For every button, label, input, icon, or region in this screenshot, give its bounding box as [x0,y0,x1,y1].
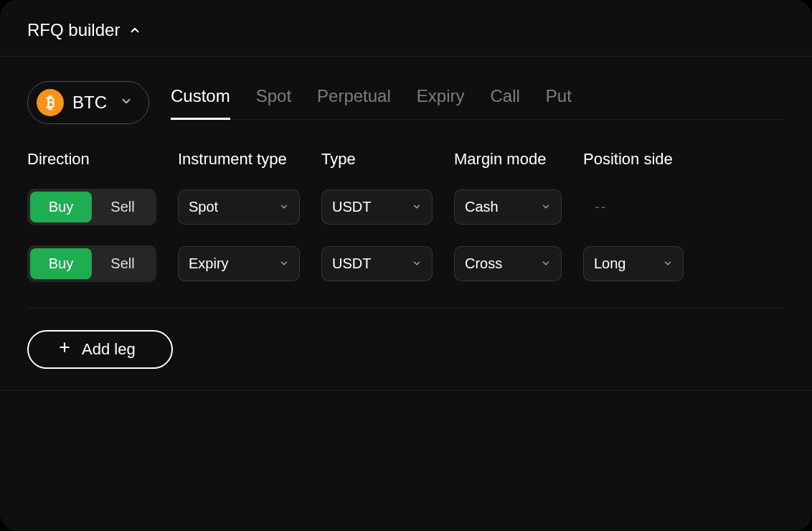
margin-mode-select[interactable]: Cash [454,189,562,225]
instrument-type-select[interactable]: Expiry [178,246,300,281]
tab-call[interactable]: Call [491,86,520,120]
panel-header[interactable]: RFQ builder [0,0,812,57]
chevron-up-icon [128,24,141,37]
chevron-down-icon [541,255,551,272]
position-side-select[interactable]: Long [583,246,684,281]
direction-toggle: Buy Sell [27,245,156,282]
position-side-empty: -- [583,199,607,215]
tab-spot[interactable]: Spot [256,86,291,120]
tab-expiry[interactable]: Expiry [417,86,465,120]
sell-button[interactable]: Sell [92,192,154,222]
margin-mode-value: Cross [465,255,502,272]
asset-symbol: BTC [72,93,107,113]
type-select[interactable]: USDT [321,189,433,225]
leg-row: Buy Sell Expiry USDT Cross Long [27,245,785,282]
chevron-down-icon [120,95,133,111]
instrument-type-value: Expiry [189,255,229,272]
header-margin: Margin mode [454,150,583,169]
buy-button[interactable]: Buy [30,192,92,222]
tab-custom[interactable]: Custom [171,86,230,120]
header-type: Type [321,150,454,169]
type-value: USDT [332,199,371,215]
chevron-down-icon [279,199,289,215]
type-select[interactable]: USDT [321,246,433,281]
add-leg-section: Add leg [0,309,812,391]
column-headers: Direction Instrument type Type Margin mo… [0,124,812,169]
tab-perpetual[interactable]: Perpetual [317,86,391,120]
chevron-down-icon [541,199,551,215]
leg-row: Buy Sell Spot USDT Cash -- [27,189,785,225]
chevron-down-icon [279,255,289,272]
asset-selector[interactable]: ₿ BTC [27,81,149,124]
top-controls-row: ₿ BTC Custom Spot Perpetual Expiry Call … [0,57,812,124]
header-direction: Direction [27,150,178,169]
strategy-tabs: Custom Spot Perpetual Expiry Call Put [171,86,785,120]
chevron-down-icon [412,255,422,272]
type-value: USDT [332,255,371,272]
margin-mode-value: Cash [465,199,499,215]
instrument-type-select[interactable]: Spot [178,189,300,225]
add-leg-label: Add leg [82,340,136,359]
sell-button[interactable]: Sell [92,248,154,279]
plus-icon [57,340,72,359]
legs-container: Buy Sell Spot USDT Cash -- Buy Sell [0,189,812,309]
panel-title: RFQ builder [27,20,120,40]
bitcoin-icon: ₿ [37,89,64,116]
tab-put[interactable]: Put [546,86,572,120]
buy-button[interactable]: Buy [30,248,92,279]
margin-mode-select[interactable]: Cross [454,246,562,281]
header-position: Position side [583,150,712,169]
add-leg-button[interactable]: Add leg [27,330,173,369]
direction-toggle: Buy Sell [27,189,156,225]
chevron-down-icon [412,199,422,215]
instrument-type-value: Spot [189,199,218,215]
rfq-builder-panel: RFQ builder ₿ BTC Custom Spot Perpetual … [0,0,812,531]
header-instrument: Instrument type [178,150,321,169]
chevron-down-icon [663,255,673,272]
position-side-value: Long [594,255,626,272]
